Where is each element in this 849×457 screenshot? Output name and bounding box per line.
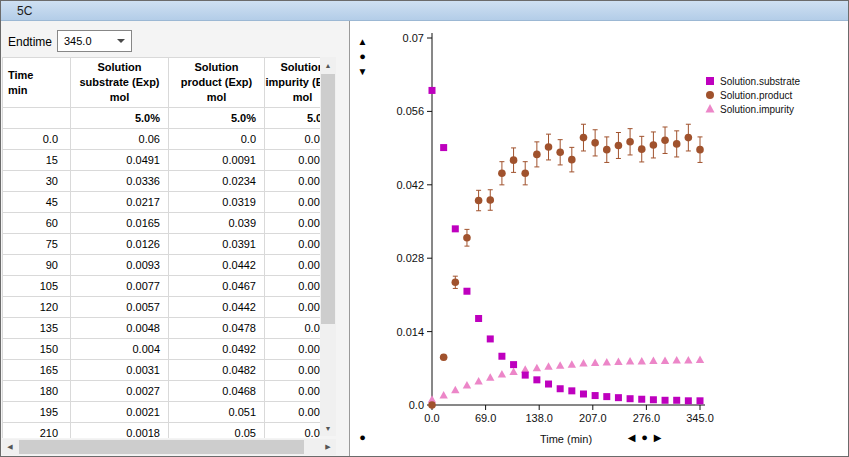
table-cell[interactable]: 45 xyxy=(3,192,71,213)
legend-marker xyxy=(706,77,714,85)
error-percent-cell[interactable]: 5.0% xyxy=(71,108,169,129)
table-cell[interactable]: 0.0031 xyxy=(71,360,169,381)
table-cell[interactable]: 0.0063 xyxy=(265,276,321,297)
chart-pan-down-button[interactable]: ▼ xyxy=(355,64,370,79)
table-cell[interactable]: 0.0021 xyxy=(71,402,169,423)
table-cell[interactable]: 210 xyxy=(3,423,71,439)
table-cell[interactable]: 135 xyxy=(3,318,71,339)
table-cell[interactable]: 0.039 xyxy=(169,213,265,234)
table-cell[interactable]: 0.0442 xyxy=(169,255,265,276)
table-row: 450.02170.03190.0037 xyxy=(3,192,321,213)
table-row: 1500.0040.04920.0073 xyxy=(3,339,321,360)
table-cell[interactable]: 0.001 xyxy=(265,129,321,150)
table-cell[interactable]: 0.0492 xyxy=(169,339,265,360)
y-tick-label: 0.07 xyxy=(403,32,424,44)
table-cell[interactable]: 0.0093 xyxy=(71,255,169,276)
table-cell[interactable]: 0.007 xyxy=(265,318,321,339)
endtime-dropdown[interactable]: 345.0 xyxy=(57,30,132,52)
chart-origin-zoom-button[interactable]: ● xyxy=(355,430,370,445)
table-row: 1800.00270.04680.0077 xyxy=(3,381,321,402)
horizontal-scroll-thumb[interactable] xyxy=(19,440,304,454)
table-cell[interactable]: 0.0075 xyxy=(265,360,321,381)
y-tick-label: 0.056 xyxy=(396,105,424,117)
table-cell[interactable]: 0.0091 xyxy=(169,150,265,171)
vertical-scrollbar[interactable]: ▲ ▼ xyxy=(320,57,336,436)
table-cell[interactable]: 0.0 xyxy=(3,129,71,150)
table-row: 1200.00570.04420.0067 xyxy=(3,297,321,318)
table-cell[interactable]: 165 xyxy=(3,360,71,381)
table-row: 1650.00310.04820.0075 xyxy=(3,360,321,381)
chart-y-axis-zoom-button[interactable]: ● xyxy=(355,49,370,64)
table-cell[interactable]: 0.0037 xyxy=(265,192,321,213)
table-cell[interactable]: 0.05 xyxy=(169,423,265,439)
scroll-up-icon[interactable]: ▲ xyxy=(320,57,336,73)
x-tick-label: 138.0 xyxy=(525,412,553,424)
table-cell[interactable]: 0.0079 xyxy=(265,402,321,423)
table-cell[interactable]: 0.0 xyxy=(169,129,265,150)
table-cell[interactable]: 0.0491 xyxy=(71,150,169,171)
table-cell[interactable]: 0.0057 xyxy=(71,297,169,318)
table-cell[interactable]: 0.0217 xyxy=(71,192,169,213)
chart-legend: Solution.substrateSolution.productSoluti… xyxy=(706,76,801,115)
column-header-substrate[interactable]: Solution substrate (Exp) mol xyxy=(71,58,169,108)
table-cell[interactable]: 0.0442 xyxy=(169,297,265,318)
column-header-time[interactable]: Time min xyxy=(3,58,71,108)
table-cell[interactable]: 60 xyxy=(3,213,71,234)
table-cell[interactable]: 0.0045 xyxy=(265,213,321,234)
title-bar[interactable]: 5C xyxy=(1,1,848,21)
table-cell[interactable]: 30 xyxy=(3,171,71,192)
error-percent-cell[interactable] xyxy=(3,108,71,129)
y-tick-label: 0.014 xyxy=(396,326,424,338)
endtime-label: Endtime xyxy=(8,35,52,49)
table-cell[interactable]: 0.0058 xyxy=(265,255,321,276)
table-cell[interactable]: 0.06 xyxy=(71,129,169,150)
table-cell[interactable]: 0.0027 xyxy=(71,381,169,402)
horizontal-scrollbar[interactable]: ◀ ▶ xyxy=(2,439,336,455)
table-row: 0.00.060.00.001 xyxy=(3,129,321,150)
table-cell[interactable]: 0.0048 xyxy=(71,318,169,339)
table-cell[interactable]: 150 xyxy=(3,339,71,360)
table-cell[interactable]: 0.0482 xyxy=(169,360,265,381)
error-percent-cell[interactable]: 5.0% xyxy=(265,108,321,129)
table-cell[interactable]: 15 xyxy=(3,150,71,171)
table-cell[interactable]: 90 xyxy=(3,255,71,276)
scroll-right-icon[interactable]: ▶ xyxy=(320,439,336,455)
table-cell[interactable]: 0.0165 xyxy=(71,213,169,234)
column-header-product[interactable]: Solution product (Exp) mol xyxy=(169,58,265,108)
table-cell[interactable]: 0.0234 xyxy=(169,171,265,192)
vertical-scroll-thumb[interactable] xyxy=(321,74,335,324)
table-cell[interactable]: 0.0052 xyxy=(265,234,321,255)
content-area: Endtime 345.0 Time min xyxy=(1,21,848,456)
table-cell[interactable]: 0.0391 xyxy=(169,234,265,255)
table-cell[interactable]: 0.0319 xyxy=(169,192,265,213)
y-tick-label: 0.0 xyxy=(409,399,424,411)
table-cell[interactable]: 0.0467 xyxy=(169,276,265,297)
table-cell[interactable]: 0.0478 xyxy=(169,318,265,339)
table-cell[interactable]: 0.0336 xyxy=(71,171,169,192)
table-cell[interactable]: 120 xyxy=(3,297,71,318)
table-cell[interactable]: 0.0018 xyxy=(71,423,169,439)
table-cell[interactable]: 0.008 xyxy=(265,423,321,439)
table-cell[interactable]: 0.0077 xyxy=(265,381,321,402)
table-header-row: Time min Solution substrate (Exp) mol So… xyxy=(3,58,321,108)
scroll-down-icon[interactable]: ▼ xyxy=(320,420,336,436)
scroll-left-icon[interactable]: ◀ xyxy=(2,439,18,455)
column-header-impurity[interactable]: Solution impurity (Exp) mol xyxy=(265,58,321,108)
table-cell[interactable]: 180 xyxy=(3,381,71,402)
error-percent-cell[interactable]: 5.0% xyxy=(169,108,265,129)
table-cell[interactable]: 0.0067 xyxy=(265,297,321,318)
table-row: 1350.00480.04780.007 xyxy=(3,318,321,339)
table-cell[interactable]: 75 xyxy=(3,234,71,255)
table-cell[interactable]: 105 xyxy=(3,276,71,297)
table-cell[interactable]: 195 xyxy=(3,402,71,423)
chart-pan-up-button[interactable]: ▲ xyxy=(355,34,370,49)
table-cell[interactable]: 0.0077 xyxy=(71,276,169,297)
table-cell[interactable]: 0.0018 xyxy=(265,150,321,171)
table-cell[interactable]: 0.051 xyxy=(169,402,265,423)
table-cell[interactable]: 0.0073 xyxy=(265,339,321,360)
chart-pan-right-button[interactable]: ▶ xyxy=(650,430,665,445)
table-cell[interactable]: 0.0126 xyxy=(71,234,169,255)
table-cell[interactable]: 0.0028 xyxy=(265,171,321,192)
table-cell[interactable]: 0.004 xyxy=(71,339,169,360)
table-cell[interactable]: 0.0468 xyxy=(169,381,265,402)
